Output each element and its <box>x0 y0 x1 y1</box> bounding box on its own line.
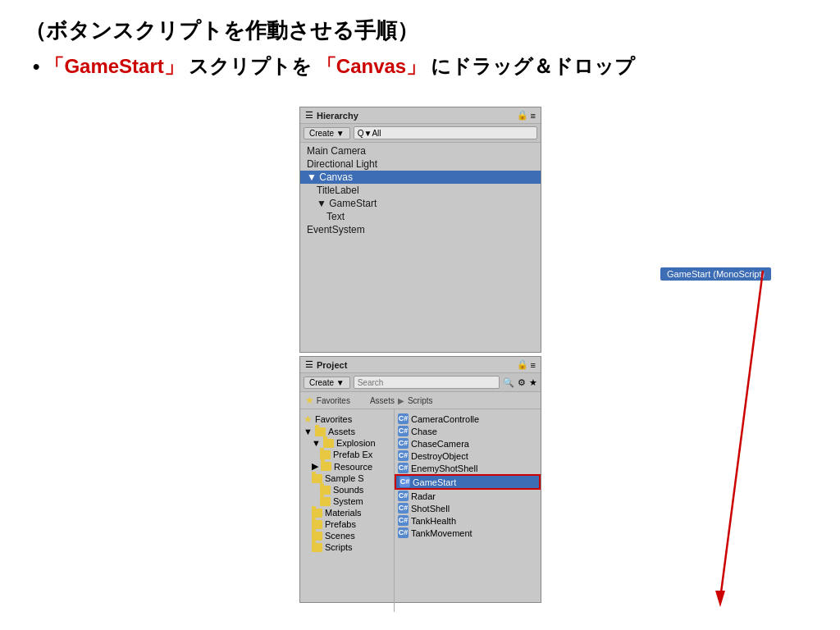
breadcrumb-arrow1: ▶ <box>398 396 404 405</box>
script-icon-destroyobject: C# <box>398 450 409 461</box>
script-enemyshotshell[interactable]: C# EnemyShotShell <box>395 462 541 474</box>
prefabs-folder-icon <box>312 520 322 529</box>
favorites-star-icon: ★ <box>305 395 314 406</box>
hierarchy-items: Main Camera Directional Light ▼ Canvas T… <box>300 143 541 238</box>
project-favorites[interactable]: ★ Favorites <box>300 413 394 426</box>
system-label: System <box>333 496 363 506</box>
folder-scenes[interactable]: Scenes <box>300 530 394 541</box>
project-split: ★ Favorites ▼ Assets ▼ Explosion Prefab … <box>300 409 541 612</box>
bullet-dot: • <box>33 55 39 78</box>
canvas-label: 「Canvas」 <box>317 53 426 80</box>
breadcrumb: ★ Favorites Assets ▶ Scripts <box>300 392 541 409</box>
script-icon-enemyshotshell: C# <box>398 463 409 473</box>
bullet-mid: スクリプトを <box>189 53 312 80</box>
script-icon-gamestart: C# <box>399 477 410 487</box>
hierarchy-header: ☰ Hierarchy 🔒 ≡ <box>300 107 541 124</box>
hierarchy-directional-light[interactable]: Directional Light <box>300 158 541 171</box>
project-header-icons: 🔒 ≡ <box>517 359 536 370</box>
script-label-tankmovement: TankMovement <box>411 528 472 538</box>
hierarchy-eventsystem[interactable]: EventSystem <box>300 223 541 236</box>
script-label-chasecamera: ChaseCamera <box>411 439 469 449</box>
hierarchy-panel: ☰ Hierarchy 🔒 ≡ Create ▼ Main Camera Dir… <box>299 107 541 353</box>
breadcrumb-scripts[interactable]: Scripts <box>408 396 433 405</box>
script-chase[interactable]: C# Chase <box>395 425 541 437</box>
script-tankhealth[interactable]: C# TankHealth <box>395 514 541 527</box>
script-label-cameracontroller: CameraControlle <box>411 414 479 424</box>
script-icon-tankmovement: C# <box>398 527 409 538</box>
script-gamestart[interactable]: C# GameStart <box>395 474 541 490</box>
project-search-input[interactable] <box>354 376 500 389</box>
folder-materials[interactable]: Materials <box>300 507 394 518</box>
folder-prefabs[interactable]: Prefabs <box>300 518 394 530</box>
hierarchy-text[interactable]: Text <box>300 210 541 223</box>
scenes-folder-icon <box>312 532 322 541</box>
hierarchy-gamestart[interactable]: ▼ GameStart <box>300 197 541 210</box>
lock-icon[interactable]: 🔒 <box>517 110 528 121</box>
svg-line-0 <box>720 271 763 599</box>
script-radar[interactable]: C# Radar <box>395 490 541 502</box>
folder-explosion[interactable]: ▼ Explosion <box>300 437 394 449</box>
hierarchy-search-input[interactable] <box>354 126 537 139</box>
script-label-destroyobject: DestroyObject <box>411 451 468 461</box>
search-icon: 🔍 <box>503 377 514 388</box>
folder-sample[interactable]: Sample S <box>300 472 394 484</box>
script-tankmovement[interactable]: C# TankMovement <box>395 527 541 539</box>
script-cameracontroller[interactable]: C# CameraControlle <box>395 413 541 425</box>
triangle-assets: ▼ <box>304 427 313 436</box>
assets-label: Assets <box>328 427 355 436</box>
hierarchy-create-button[interactable]: Create ▼ <box>304 127 350 139</box>
menu-icon[interactable]: ≡ <box>531 111 536 121</box>
star-filter-icon[interactable]: ★ <box>529 377 537 388</box>
sample-folder-icon <box>312 474 322 483</box>
filter-icon[interactable]: ⚙ <box>518 377 526 388</box>
unity-panels: ☰ Hierarchy 🔒 ≡ Create ▼ Main Camera Dir… <box>299 107 541 603</box>
script-destroyobject[interactable]: C# DestroyObject <box>395 450 541 462</box>
hierarchy-title: Hierarchy <box>317 111 358 121</box>
hierarchy-main-camera[interactable]: Main Camera <box>300 144 541 158</box>
breadcrumb-favorites: ★ Favorites <box>305 395 350 406</box>
project-create-button[interactable]: Create ▼ <box>304 377 350 389</box>
script-shotshell[interactable]: C# ShotShell <box>395 502 541 514</box>
hierarchy-header-icons: 🔒 ≡ <box>517 110 536 121</box>
script-icon-cameracontroller: C# <box>398 413 409 424</box>
breadcrumb-assets[interactable]: Assets <box>370 396 395 405</box>
folder-resource[interactable]: ▶ Resource <box>300 460 394 472</box>
materials-label: Materials <box>325 508 362 518</box>
folder-scripts[interactable]: Scripts <box>300 541 394 553</box>
scenes-label: Scenes <box>325 531 355 541</box>
script-label-gamestart: GameStart <box>413 477 456 487</box>
script-label-tankhealth: TankHealth <box>411 516 456 526</box>
resource-folder-icon <box>321 462 331 471</box>
hierarchy-header-left: ☰ Hierarchy <box>305 110 358 121</box>
prefabex-label: Prefab Ex <box>333 450 372 459</box>
folder-system[interactable]: System <box>300 495 394 507</box>
favorites-label: Favorites <box>317 396 350 405</box>
project-header: ☰ Project 🔒 ≡ <box>300 357 541 373</box>
script-label-radar: Radar <box>411 491 436 501</box>
favorites-icon: ★ <box>304 413 313 425</box>
explosion-label: Explosion <box>336 438 376 448</box>
explosion-folder-icon <box>323 439 334 448</box>
folder-sounds[interactable]: Sounds <box>300 484 394 495</box>
triangle-explosion: ▼ <box>312 438 321 448</box>
materials-folder-icon <box>312 509 322 518</box>
project-panel: ☰ Project 🔒 ≡ Create ▼ 🔍 ⚙ ★ ★ Favorites… <box>299 356 541 603</box>
script-label-enemyshotshell: EnemyShotShell <box>411 463 477 473</box>
system-folder-icon <box>320 497 331 506</box>
hierarchy-canvas[interactable]: ▼ Canvas <box>300 171 541 184</box>
sounds-label: Sounds <box>333 485 363 495</box>
folder-assets[interactable]: ▼ Assets <box>300 426 394 437</box>
project-menu-btn[interactable]: ≡ <box>531 360 536 370</box>
hierarchy-menu-icon: ☰ <box>305 110 313 121</box>
instruction-bullet: • 「GameStart」 スクリプトを 「Canvas」 にドラッグ＆ドロップ <box>33 53 815 80</box>
project-toolbar: Create ▼ 🔍 ⚙ ★ <box>300 373 541 392</box>
project-menu-icon: ☰ <box>305 359 313 370</box>
folder-prefab-ex[interactable]: Prefab Ex <box>300 449 394 460</box>
prefabex-folder-icon <box>320 450 331 459</box>
triangle-resource: ▶ <box>312 461 318 472</box>
project-lock-icon[interactable]: 🔒 <box>517 359 528 370</box>
hierarchy-toolbar: Create ▼ <box>300 124 541 143</box>
hierarchy-titlelabel[interactable]: TitleLabel <box>300 184 541 197</box>
script-chasecamera[interactable]: C# ChaseCamera <box>395 437 541 450</box>
project-title: Project <box>317 360 347 370</box>
